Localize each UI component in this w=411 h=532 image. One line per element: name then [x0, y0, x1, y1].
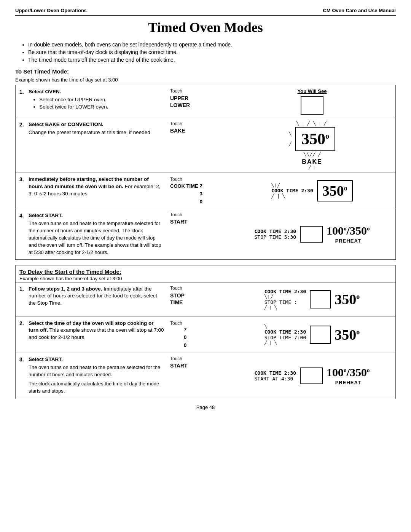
- bullet-2: Be sure that the time-of-day clock is di…: [28, 49, 396, 55]
- step-1-right: You Will See: [229, 85, 395, 118]
- delay-step-2-box: [310, 326, 331, 344]
- delay-step-2-left: 2. Select the time of day the oven will …: [16, 317, 168, 353]
- step-4-middle: Touch START: [168, 209, 229, 259]
- step-3-right: ╲ | ╱ COOK TIME 2:30 ╱ | ╲ 350o: [229, 173, 395, 209]
- delay-step-2-touch-label: Touch: [170, 321, 182, 326]
- bake-label: BAKE: [302, 158, 322, 165]
- page-header: Upper/Lower Oven Operations CM Oven Care…: [15, 8, 396, 16]
- step-2-middle: Touch BAKE: [168, 118, 229, 173]
- step-4-right: COOK TIME 2:30 STOP TIME 5:30 100o/350o …: [229, 209, 395, 259]
- page-footer: Page 48: [15, 404, 396, 410]
- step-3-350-text: 350o: [322, 182, 347, 199]
- delay-step-2-num-7: 7: [184, 326, 186, 334]
- delay-step-1-text: COOK TIME 2:30 ╲ | ╱ STOP TIME : ╱ | ╲: [264, 289, 306, 310]
- step-1-display-box: [301, 96, 323, 115]
- delay-step-3-preheat: PREHEAT: [335, 380, 361, 385]
- step-1-row: 1. Select OVEN. Select once for UPPER ov…: [16, 85, 395, 118]
- step-2-display: ╲ | ╱ ╲ | ╱ ╲╱ 350o ╲╲╱╱ ╱ BAKE ╱ |: [289, 121, 335, 169]
- step-4-preheat: PREHEAT: [335, 238, 361, 244]
- delay-step-2-row: 2. Select the time of day the oven will …: [16, 317, 395, 353]
- page-number: Page 48: [196, 404, 215, 410]
- delay-step-2-num: 2.: [19, 320, 26, 328]
- step-4-left: 4. Select START. The oven turns on and h…: [16, 209, 168, 259]
- step-3-num-2: 2: [200, 182, 202, 190]
- bullet-1: In double oven models, both ovens can be…: [28, 42, 396, 48]
- delay-step-3-box: [300, 367, 323, 384]
- delay-step-3-line1: COOK TIME 2:30: [255, 370, 296, 376]
- step-2-touch-button: BAKE: [170, 128, 185, 134]
- delay-step-1-ticks2: ╱ | ╲: [264, 305, 306, 310]
- step-4-100-350-text: 100o/350o: [327, 224, 370, 237]
- delay-step-3-line2: START AT 4:30: [255, 376, 296, 382]
- delay-step-2-num-0b: 0: [184, 342, 186, 350]
- step-3-left: 3. Immediately before starting, select t…: [16, 173, 168, 209]
- step-1-touch-label: Touch: [170, 88, 182, 94]
- bake-ticks-side: ╲╱: [289, 129, 292, 150]
- delay-title: To Delay the Start of the Timed Mode:: [19, 268, 392, 275]
- delay-step-3-100-350-text: 100o/350o: [327, 366, 370, 379]
- page-title: Timed Oven Modes: [15, 19, 396, 35]
- step-4-box: [300, 226, 323, 243]
- step-4-display: COOK TIME 2:30 STOP TIME 5:30 100o/350o …: [255, 224, 370, 244]
- delay-step-1-ticks: ╲ | ╱: [264, 294, 306, 299]
- delay-step-3-100-350: 100o/350o PREHEAT: [327, 366, 370, 385]
- set-timed-title: To Set Timed Mode:: [15, 68, 396, 75]
- step-1-sub-2: Select twice for LOWER oven.: [39, 104, 108, 111]
- delay-step-1-display: COOK TIME 2:30 ╲ | ╱ STOP TIME : ╱ | ╲ 3…: [264, 289, 360, 310]
- step-4-line1: COOK TIME 2:30: [255, 228, 296, 234]
- step-3-nums: 2 3 0: [200, 177, 202, 206]
- page: Upper/Lower Oven Operations CM Oven Care…: [11, 0, 400, 418]
- delay-step-2-350: 350o: [335, 326, 360, 343]
- delay-step-3-display: COOK TIME 2:30 START AT 4:30 100o/350o P…: [255, 366, 370, 385]
- delay-step-2-350-text: 350o: [335, 326, 360, 343]
- delay-step-1-350: 350o: [335, 291, 360, 308]
- delay-step-2-label-normal: This example shows that the oven will st…: [29, 327, 164, 340]
- header-left: Upper/Lower Oven Operations: [15, 8, 87, 13]
- step-4-display-text: COOK TIME 2:30 STOP TIME 5:30: [255, 228, 296, 240]
- bake-label-ticks: ╱ |: [309, 165, 315, 169]
- bake-350-text: 350o: [301, 130, 329, 148]
- delay-step-3-right: COOK TIME 2:30 START AT 4:30 100o/350o P…: [229, 353, 395, 399]
- step-2-right: ╲ | ╱ ╲ | ╱ ╲╱ 350o ╲╲╱╱ ╱ BAKE ╱ |: [229, 118, 395, 173]
- bake-ticks-bottom-left: ╲╲╱╱: [304, 152, 316, 157]
- step-4-line2: STOP TIME 5:30: [255, 234, 296, 240]
- bullet-3: The timed mode turns off the oven at the…: [28, 57, 396, 63]
- delay-step-2-line1: COOK TIME 2:30: [264, 329, 306, 335]
- step-4-touch-label: Touch: [170, 212, 182, 217]
- step-3-num: 3.: [19, 176, 26, 184]
- instructions-box: 1. Select OVEN. Select once for UPPER ov…: [15, 85, 396, 260]
- step-4-num: 4.: [19, 212, 26, 220]
- step-1-middle: Touch UPPERLOWER: [168, 85, 229, 118]
- delay-step-2-display: ╲ COOK TIME 2:30 STOP TIME 7:00 ╱ | ╲ 35…: [264, 324, 360, 345]
- delay-step-1-num: 1.: [19, 286, 26, 293]
- step-3-display-text: ╲ | ╱ COOK TIME 2:30 ╱ | ╲: [271, 183, 313, 199]
- step-3-num-0: 0: [200, 198, 202, 206]
- delay-step-3-detail-2: The clock automatically calculates the t…: [29, 380, 164, 395]
- bake-box: 350o: [295, 127, 335, 151]
- delay-step-3-left: 3. Select START. The oven turns on and h…: [16, 353, 168, 399]
- step-4-100-350: 100o/350o PREHEAT: [327, 224, 370, 244]
- step-1-num: 1.: [19, 88, 26, 96]
- delay-step-3-text: COOK TIME 2:30 START AT 4:30: [255, 370, 296, 382]
- step-1-left: 1. Select OVEN. Select once for UPPER ov…: [16, 85, 168, 118]
- step-3-cook-time-label: COOK TIME: [170, 183, 198, 189]
- delay-header-row: To Delay the Start of the Timed Mode: Ex…: [16, 265, 395, 283]
- bake-ticks-bottom-sep: ╱: [318, 152, 321, 157]
- step-3-cook-time-display: COOK TIME 2:30: [271, 188, 313, 193]
- step-4-touch-button: START: [170, 219, 188, 225]
- step-3-touch-label: Touch: [170, 177, 182, 182]
- delay-step-1-touch-label: Touch: [170, 286, 182, 291]
- delay-step-1-line1: COOK TIME 2:30: [264, 289, 306, 294]
- step-4-detail: The oven turns on and heats to the tempe…: [29, 220, 164, 256]
- delay-step-2-text: ╲ COOK TIME 2:30 STOP TIME 7:00 ╱ | ╲: [264, 324, 306, 345]
- delay-step-3-num: 3.: [19, 356, 26, 364]
- step-1-label: Select OVEN.: [29, 89, 61, 94]
- bake-ticks-top: ╲ | ╱ ╲ | ╱: [296, 121, 328, 126]
- step-3-middle: Touch COOK TIME 2 3 0: [168, 173, 229, 209]
- step-2-detail: Change the preset temperature at this ti…: [29, 129, 151, 136]
- delay-step-2-middle: Touch 7 0 0: [168, 317, 229, 353]
- set-timed-example: Example shown has the time of day set at…: [15, 77, 396, 83]
- delay-step-3-middle: Touch START: [168, 353, 229, 399]
- step-2-row: 2. Select BAKE or CONVECTION. Change the…: [16, 118, 395, 173]
- step-3-num-3: 3: [200, 190, 202, 198]
